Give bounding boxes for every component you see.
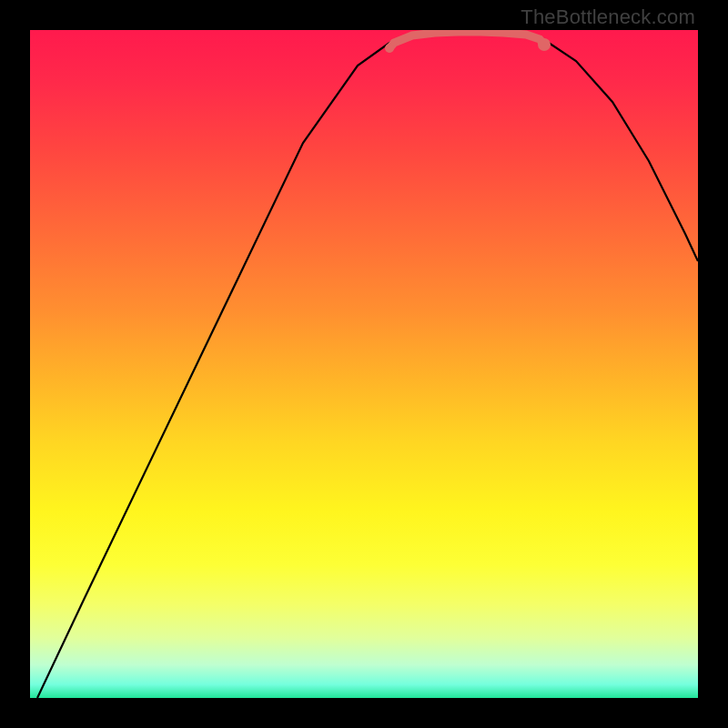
highlight-dot-right bbox=[538, 38, 551, 51]
curve-svg bbox=[30, 30, 698, 698]
highlight-dot-left bbox=[385, 44, 394, 53]
main-curve bbox=[37, 32, 698, 698]
watermark-text: TheBottleneck.com bbox=[521, 5, 695, 29]
plot-area bbox=[30, 30, 698, 698]
highlight-curve bbox=[389, 32, 544, 48]
highlight-dot-mid bbox=[399, 35, 407, 43]
chart-stage: TheBottleneck.com bbox=[0, 0, 728, 728]
